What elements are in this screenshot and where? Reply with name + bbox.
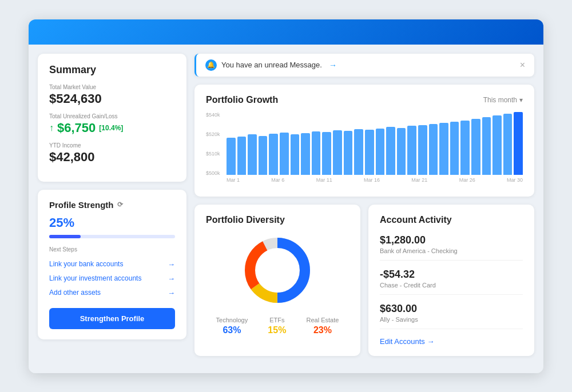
up-arrow-icon: ↑ [49,123,54,133]
step-arrow-assets: → [168,289,175,297]
x-label-3: Mar 11 [316,177,332,183]
dashboard-wrapper: Summary Total Market Value $524,630 Tota… [29,19,543,373]
bar [269,134,278,174]
step-link-bank[interactable]: Link your bank accounts → [49,257,175,271]
edit-accounts-link[interactable]: Edit Accounts → [380,337,523,346]
step-link-assets[interactable]: Add other assets → [49,286,175,300]
bar [365,130,374,175]
donut-chart [240,233,315,307]
bar [333,130,342,175]
profile-strength-card: Profile Strength ⟳ 25% Next Steps Link y… [38,190,186,339]
refresh-icon: ⟳ [117,201,123,209]
step-label-bank: Link your bank accounts [49,260,123,268]
portfolio-growth-title: Portfolio Growth [206,95,278,105]
summary-card: Summary Total Market Value $524,630 Tota… [38,54,186,182]
edit-accounts-label: Edit Accounts → [380,337,434,346]
x-label-1: Mar 1 [227,177,240,183]
activity-account-3: Ally - Savings [380,316,523,329]
portfolio-chart: $540k $520k $510k $500k Mar 1 Mar 6 Mar … [206,112,523,186]
bar [460,121,470,175]
strengthen-profile-button[interactable]: Strengthen Profile [49,308,175,329]
step-label-investment: Link your investment accounts [49,274,141,282]
legend-etfs-percent: 15% [268,325,286,335]
portfolio-diversity-card: Portfolio Diversity [194,205,360,356]
account-activity-title: Account Activity [380,215,523,225]
notification-left: 🔔 You have an unread Message. → [205,59,337,71]
legend-real-estate-label: Real Estate [307,317,339,323]
bar [237,137,247,175]
bar [280,133,289,174]
legend-technology-percent: 63% [223,325,241,335]
diversity-title: Portfolio Diversity [206,215,349,225]
x-label-7: Mar 30 [507,177,523,183]
x-label-5: Mar 21 [411,177,427,183]
bar [322,132,331,174]
donut-container: Technology 63% ETFs 15% Real Estate 23% [206,233,349,335]
activity-item-1: $1,280.00 Bank of America - Checking [380,234,523,261]
close-icon[interactable]: × [520,60,525,70]
x-label-2: Mar 6 [271,177,284,183]
bar [259,136,268,175]
unrealized-label: Total Unrealized Gain/Loss [49,113,175,119]
period-label: This month [483,96,517,104]
bar [312,131,321,174]
next-steps-label: Next Steps [49,246,175,253]
legend-etfs: ETFs 15% [268,317,286,335]
y-label-2: $520k [206,131,220,137]
x-axis-labels: Mar 1 Mar 6 Mar 11 Mar 16 Mar 21 Mar 26 … [227,177,523,183]
bar [503,114,513,175]
strength-percent: 25% [49,215,175,230]
x-label-6: Mar 26 [459,177,475,183]
y-axis-labels: $540k $520k $510k $500k [206,112,220,186]
total-market-value: $524,630 [49,91,175,106]
portfolio-growth-card: Portfolio Growth This month ▾ $540k $520… [194,85,534,197]
y-label-3: $510k [206,151,220,157]
bar [344,131,353,175]
activity-item-3: $630.00 Ally - Savings [380,303,523,329]
activity-amount-3: $630.00 [380,303,523,315]
y-label-4: $500k [206,170,220,176]
bar [248,134,257,174]
bar [492,115,502,175]
step-link-investment[interactable]: Link your investment accounts → [49,271,175,286]
activity-account-2: Chase - Credit Card [380,282,523,295]
notification-banner: 🔔 You have an unread Message. → × [194,54,534,77]
unrealized-value: $6,750 [57,121,96,135]
legend-etfs-label: ETFs [269,317,284,323]
ytd-value: $42,800 [49,150,175,165]
unrealized-gain: ↑ $6,750 [10.4%] [49,121,175,135]
bar [450,122,459,175]
bar [291,134,300,174]
unrealized-badge: [10.4%] [99,124,123,132]
top-bar [29,19,543,45]
bar [439,123,448,175]
x-label-4: Mar 16 [364,177,380,183]
y-label-1: $540k [206,112,220,118]
chevron-down-icon: ▾ [519,96,523,104]
ytd-label: YTD Income [49,142,175,149]
bar [227,138,236,175]
bell-icon: 🔔 [205,59,217,71]
summary-title: Summary [49,64,175,76]
profile-title: Profile Strength ⟳ [49,200,175,210]
step-arrow-bank: → [168,260,175,269]
legend-technology: Technology 63% [216,317,248,335]
notification-message: You have an unread Message. [221,61,322,69]
legend-real-estate: Real Estate 23% [307,317,339,335]
bar [386,127,395,174]
notification-arrow[interactable]: → [329,61,337,70]
legend-row: Technology 63% ETFs 15% Real Estate 23% [206,317,349,335]
bars-container [227,112,523,175]
progress-bar-background [49,235,175,238]
legend-technology-label: Technology [216,317,248,323]
period-selector[interactable]: This month ▾ [483,96,523,104]
legend-real-estate-percent: 23% [313,325,332,335]
activity-account-1: Bank of America - Checking [380,247,523,261]
account-activity-card: Account Activity $1,280.00 Bank of Ameri… [368,205,534,356]
bar [376,129,385,175]
activity-item-2: -$54.32 Chase - Credit Card [380,269,523,295]
bottom-row: Portfolio Diversity [194,205,534,356]
bar [514,112,523,175]
bar [301,133,310,174]
profile-title-text: Profile Strength [49,200,114,210]
